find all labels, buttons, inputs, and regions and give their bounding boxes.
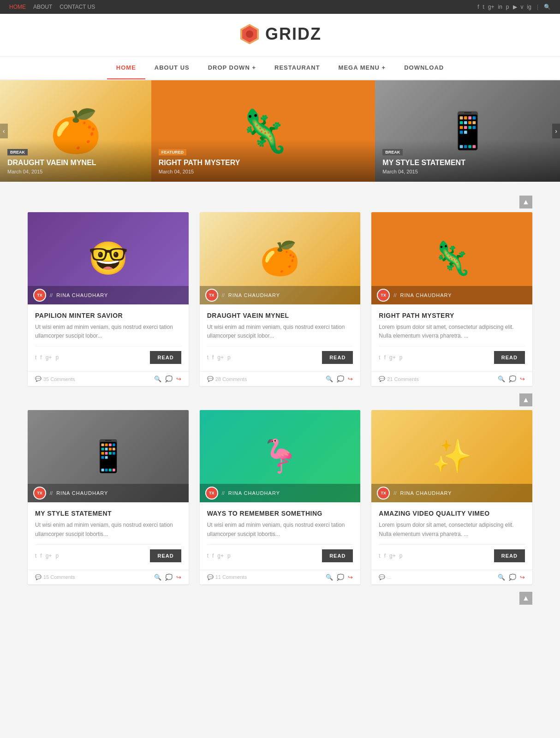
nav-restaurant[interactable]: RESTAURANT	[265, 57, 329, 79]
logo[interactable]: GRIDZ	[238, 23, 322, 45]
search-icon-6[interactable]: 🔍	[498, 574, 505, 581]
card-4-facebook[interactable]: f	[40, 553, 42, 559]
share-icon-5[interactable]: ↪	[348, 574, 353, 581]
topbar-about[interactable]: ABOUT	[33, 4, 52, 10]
nav-download[interactable]: DOWNLOAD	[395, 57, 453, 79]
card-1-read-btn[interactable]: READ	[150, 351, 181, 364]
card-5-title: WAYS TO REMEMBER SOMETHING	[207, 510, 353, 517]
card-6-social: t f g+ p	[379, 553, 402, 559]
card-6-pinterest[interactable]: p	[399, 553, 403, 559]
slide-3-date: March 04, 2015	[382, 169, 553, 174]
scroll-up-2[interactable]: ▲	[519, 393, 532, 406]
card-1-pinterest[interactable]: p	[55, 354, 59, 361]
nav-home[interactable]: HOME	[107, 57, 145, 79]
card-4-footer-icons: 🔍 💭 ↪	[154, 574, 181, 581]
card-3-comments: 💬 21 Comments	[379, 376, 418, 382]
card-2-footer-icons: 🔍 💭 ↪	[326, 375, 353, 382]
card-2-pinterest[interactable]: p	[227, 354, 231, 361]
share-icon-2[interactable]: ↪	[348, 375, 353, 382]
card-3-read-btn[interactable]: READ	[494, 351, 525, 364]
bubble-icon-3[interactable]: 💭	[509, 375, 516, 382]
card-1-comments: 💬 35 Comments	[35, 376, 75, 382]
bubble-icon-2[interactable]: 💭	[337, 375, 344, 382]
social-instagram[interactable]: ig	[527, 4, 531, 10]
card-5-pinterest[interactable]: p	[227, 553, 231, 559]
nav-megamenu[interactable]: MEGA MENU +	[329, 57, 395, 79]
social-vimeo[interactable]: v	[521, 4, 524, 10]
card-5-comments: 💬 11 Comments	[207, 574, 247, 580]
card-4-pinterest[interactable]: p	[55, 553, 59, 559]
search-icon-5[interactable]: 🔍	[326, 574, 333, 581]
card-6-read-btn[interactable]: READ	[494, 549, 525, 562]
card-6-facebook[interactable]: f	[384, 553, 386, 559]
card-6-title: AMAZING VIDEO QUALITY VIMEO	[379, 510, 525, 517]
card-1-emoji: 🤓	[88, 239, 128, 277]
slide-2-tag: FEATURED	[159, 149, 186, 155]
card-2-twitter[interactable]: t	[207, 354, 209, 361]
search-icon-4[interactable]: 🔍	[154, 574, 161, 581]
card-1-facebook[interactable]: f	[40, 354, 42, 361]
card-4-avatar: TX	[33, 487, 46, 500]
card-6-twitter[interactable]: t	[379, 553, 380, 559]
card-3-pinterest[interactable]: p	[399, 354, 403, 361]
social-facebook[interactable]: f	[477, 4, 479, 10]
card-4-twitter[interactable]: t	[35, 553, 36, 559]
card-1-gplus[interactable]: g+	[46, 354, 52, 361]
card-3-gplus[interactable]: g+	[389, 354, 396, 361]
card-4-image: 📱 TX // RINA CHAUDHARY	[28, 410, 189, 502]
card-2-facebook[interactable]: f	[212, 354, 214, 361]
search-icon-2[interactable]: 🔍	[326, 375, 333, 382]
card-5-read-btn[interactable]: READ	[322, 549, 353, 562]
share-icon[interactable]: ↪	[176, 375, 181, 382]
card-2-social: t f g+ p	[207, 354, 231, 361]
bubble-icon-6[interactable]: 💭	[509, 574, 516, 581]
scroll-up-1[interactable]: ▲	[519, 196, 532, 208]
topbar-contact[interactable]: CONTACT US	[60, 4, 95, 10]
social-linkedin[interactable]: in	[498, 4, 502, 10]
hero-slide-2[interactable]: 🦎 FEATURED RIGHT PATH MYSTERY March 04, …	[151, 80, 375, 182]
card-2-gplus[interactable]: g+	[217, 354, 224, 361]
card-4-read-btn[interactable]: READ	[150, 549, 181, 562]
social-gplus[interactable]: g+	[488, 4, 494, 10]
social-pinterest[interactable]: p	[506, 4, 509, 10]
bubble-icon-5[interactable]: 💭	[337, 574, 344, 581]
card-5-facebook[interactable]: f	[212, 553, 214, 559]
search-icon[interactable]: 🔍	[544, 4, 551, 10]
logo-text: GRIDZ	[265, 24, 322, 44]
card-2-author: RINA CHAUDHARY	[228, 292, 280, 298]
bubble-icon-4[interactable]: 💭	[165, 574, 173, 581]
hero-prev-arrow[interactable]: ‹	[0, 124, 8, 138]
card-3-facebook[interactable]: f	[384, 354, 386, 361]
card-5-twitter[interactable]: t	[207, 553, 209, 559]
card-4-gplus[interactable]: g+	[46, 553, 52, 559]
hero-slide-1[interactable]: 🍊 BREAK DRAUGHT VAEIN MYNEL March 04, 20…	[0, 80, 151, 182]
scroll-up-3[interactable]: ▲	[519, 592, 532, 605]
nav-about[interactable]: ABOUT US	[145, 57, 199, 79]
social-youtube[interactable]: ▶	[513, 4, 517, 10]
nav-dropdown[interactable]: DROP DOWN +	[199, 57, 265, 79]
bubble-icon[interactable]: 💭	[165, 375, 173, 382]
card-4-title: MY STYLE STATEMENT	[35, 510, 181, 517]
card-2-read-btn[interactable]: READ	[322, 351, 353, 364]
search-icon-3[interactable]: 🔍	[498, 375, 505, 382]
card-2-excerpt: Ut wisi enim ad minim veniam, quis nostr…	[207, 323, 353, 340]
card-1-twitter[interactable]: t	[35, 354, 36, 361]
share-icon-4[interactable]: ↪	[176, 574, 181, 581]
card-1-excerpt: Ut wisi enim ad minim veniam, quis nostr…	[35, 323, 181, 340]
top-bar: HOME ABOUT CONTACT US f t g+ in p ▶ v ig…	[0, 0, 560, 14]
social-twitter[interactable]: t	[483, 4, 484, 10]
hero-next-arrow[interactable]: ›	[552, 124, 560, 138]
card-5-gplus[interactable]: g+	[217, 553, 224, 559]
hero-slide-3[interactable]: 📱 BREAK MY STYLE STATEMENT March 04, 201…	[375, 80, 560, 182]
card-6-gplus[interactable]: g+	[389, 553, 396, 559]
comment-icon-2: 💬	[207, 376, 214, 382]
grid-row-1: 🤓 TX // RINA CHAUDHARY PAPILION MINTER S…	[28, 212, 532, 386]
topbar-home[interactable]: HOME	[9, 4, 26, 10]
card-3-twitter[interactable]: t	[379, 354, 380, 361]
comment-icon-3: 💬	[379, 376, 385, 382]
slide-1-title: DRAUGHT VAEIN MYNEL	[7, 159, 96, 167]
share-icon-3[interactable]: ↪	[520, 375, 525, 382]
search-icon[interactable]: 🔍	[154, 375, 161, 382]
slide-1-date: March 04, 2015	[7, 169, 144, 174]
share-icon-6[interactable]: ↪	[520, 574, 525, 581]
